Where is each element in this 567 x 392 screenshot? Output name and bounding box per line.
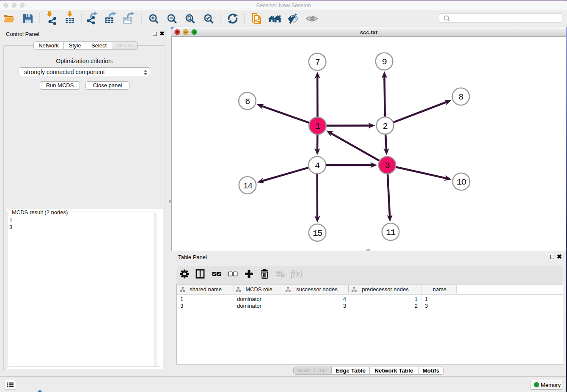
svg-text:9: 9	[382, 57, 387, 67]
svg-text:Memory: Memory	[541, 382, 561, 388]
svg-text:6: 6	[245, 97, 250, 107]
svg-text:2: 2	[383, 121, 388, 131]
svg-text:11: 11	[386, 228, 396, 237]
svg-text:8: 8	[459, 92, 463, 102]
svg-text:7: 7	[315, 58, 320, 67]
svg-text:15: 15	[313, 229, 322, 238]
svg-text:f(x): f(x)	[291, 269, 303, 279]
svg-text:1O: 1O	[457, 177, 466, 187]
svg-text:4: 4	[315, 161, 320, 171]
svg-text:1: 1	[315, 121, 320, 131]
svg-text:3: 3	[385, 161, 390, 171]
svg-text:14: 14	[243, 181, 253, 191]
